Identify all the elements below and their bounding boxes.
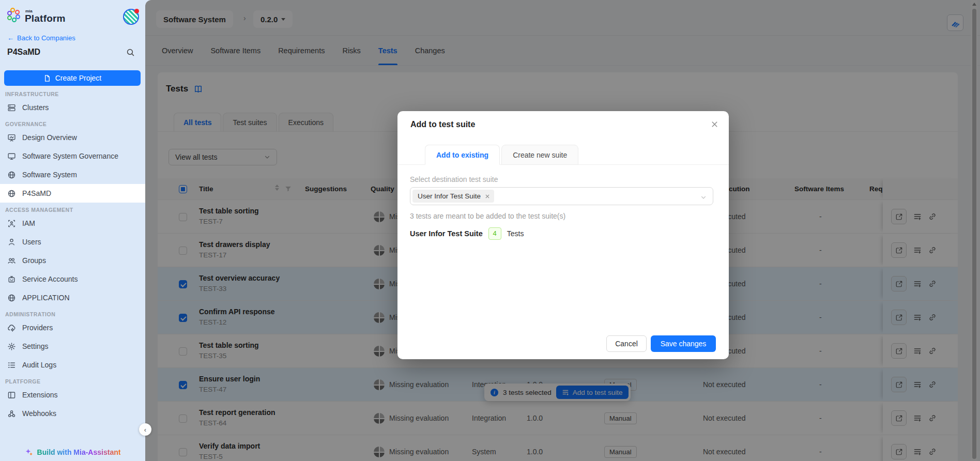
sidebar-item-application[interactable]: APPLICATION — [0, 288, 145, 307]
back-to-companies-link[interactable]: ← Back to Companies — [7, 34, 75, 42]
brand-name: Platform — [25, 13, 66, 23]
add-to-suite-modal: Add to test suite Add to existing Create… — [397, 111, 729, 359]
sidebar-item-service-accounts[interactable]: Service Accounts — [0, 270, 145, 288]
sidebar-item-label: APPLICATION — [22, 294, 70, 302]
iam-icon — [7, 219, 16, 228]
sidebar: mia Platform ← Back to Companies P4SaMD … — [0, 0, 145, 461]
sidebar-item-label: Audit Logs — [22, 361, 56, 369]
mia-platform-logo: mia Platform — [7, 8, 66, 23]
sidebar-section-governance: GOVERNANCE — [0, 117, 145, 128]
sidebar-collapse-button[interactable]: ‹ — [139, 423, 151, 436]
sidebar-item-software-system-governance[interactable]: Software System Governance — [0, 147, 145, 165]
sidebar-item-design-overview[interactable]: Design Overview — [0, 128, 145, 147]
sparkles-icon — [25, 448, 33, 456]
suite-test-count-badge: 4 — [488, 227, 501, 240]
sidebar-item-label: Software System — [22, 171, 77, 179]
sidebar-item-label: Software System Governance — [22, 152, 118, 160]
sidebar-item-label: Settings — [22, 342, 49, 350]
destination-label: Select destination test suite — [410, 175, 498, 183]
sidebar-section-access-management: ACCESS MANAGEMENT — [0, 203, 145, 214]
back-arrow-icon: ← — [7, 34, 14, 42]
project-name: P4SaMD — [7, 48, 40, 57]
sidebar-item-label: Webhooks — [22, 409, 56, 418]
globe-icon — [7, 171, 16, 179]
clusters-icon — [7, 103, 16, 112]
mia-assistant-link[interactable]: Build with Mia-Assistant — [0, 444, 145, 460]
sidebar-item-label: Design Overview — [22, 133, 77, 142]
save-changes-button[interactable]: Save changes — [651, 335, 716, 352]
suite-count-suffix: Tests — [507, 229, 524, 238]
sidebar-item-p4samd[interactable]: P4SaMD — [0, 184, 145, 203]
monitor-icon — [7, 152, 16, 161]
modal-info-text: 3 tests are meant to be added to the tes… — [410, 212, 565, 220]
audit-icon — [7, 361, 16, 370]
gear-icon — [7, 342, 16, 351]
sidebar-item-settings[interactable]: Settings — [0, 337, 145, 356]
sidebar-section-administration: ADMINISTRATION — [0, 307, 145, 318]
suite-name: User Infor Test Suite — [410, 229, 483, 238]
search-icon[interactable] — [126, 48, 135, 57]
sidebar-item-label: Extensions — [22, 391, 57, 399]
globe-icon — [7, 294, 16, 302]
globe-icon — [7, 189, 16, 198]
sidebar-item-iam[interactable]: IAM — [0, 214, 145, 233]
design-icon — [7, 133, 16, 142]
user-icon — [7, 238, 16, 247]
tab-add-to-existing[interactable]: Add to existing — [425, 145, 500, 165]
suite-summary-row: User Infor Test Suite 4 Tests — [410, 227, 524, 240]
sidebar-section-platforge: PLATFORGE — [0, 374, 145, 386]
sidebar-item-label: Clusters — [22, 103, 49, 112]
chevron-down-icon — [700, 194, 707, 201]
sidebar-item-software-system[interactable]: Software System — [0, 165, 145, 184]
app-root: mia Platform ← Back to Companies P4SaMD … — [0, 0, 980, 461]
extensions-icon — [7, 391, 16, 399]
close-icon[interactable] — [711, 120, 718, 128]
sidebar-item-users[interactable]: Users — [0, 233, 145, 251]
group-icon — [7, 256, 16, 265]
modal-tabs: Add to existing Create new suite — [425, 145, 580, 165]
notification-dot — [134, 9, 139, 13]
sidebar-item-label: IAM — [22, 219, 35, 227]
sidebar-item-clusters[interactable]: Clusters — [0, 98, 145, 117]
sidebar-item-groups[interactable]: Groups — [0, 251, 145, 270]
sidebar-item-audit-logs[interactable]: Audit Logs — [0, 356, 145, 374]
project-header: P4SaMD — [7, 48, 135, 57]
sidebar-item-label: Service Accounts — [22, 275, 78, 283]
logo-hexagons-icon — [7, 8, 21, 23]
cancel-button[interactable]: Cancel — [606, 335, 647, 352]
sidebar-item-label: Providers — [22, 324, 53, 332]
selected-suite-tag: User Infor Test Suite — [412, 190, 494, 203]
sidebar-section-infrastructure: INFRASTRUCTURE — [0, 87, 145, 98]
cloud-icon — [7, 324, 16, 332]
destination-select[interactable]: User Infor Test Suite — [410, 187, 713, 205]
tag-remove-icon[interactable] — [485, 194, 490, 199]
user-avatar[interactable] — [123, 9, 139, 25]
sidebar-item-extensions[interactable]: Extensions — [0, 386, 145, 404]
create-project-button[interactable]: Create Project — [4, 70, 141, 86]
sidebar-nav: INFRASTRUCTUREClustersGOVERNANCEDesign O… — [0, 87, 145, 423]
sidebar-item-webhooks[interactable]: Webhooks — [0, 404, 145, 423]
document-icon — [43, 74, 51, 82]
sidebar-item-label: Users — [22, 238, 41, 246]
sidebar-item-providers[interactable]: Providers — [0, 318, 145, 337]
service-icon — [7, 275, 16, 284]
webhook-icon — [7, 409, 16, 418]
modal-title: Add to test suite — [410, 120, 475, 129]
sidebar-item-label: Groups — [22, 256, 46, 265]
tab-create-new-suite[interactable]: Create new suite — [501, 145, 578, 165]
sidebar-item-label: P4SaMD — [22, 189, 51, 197]
